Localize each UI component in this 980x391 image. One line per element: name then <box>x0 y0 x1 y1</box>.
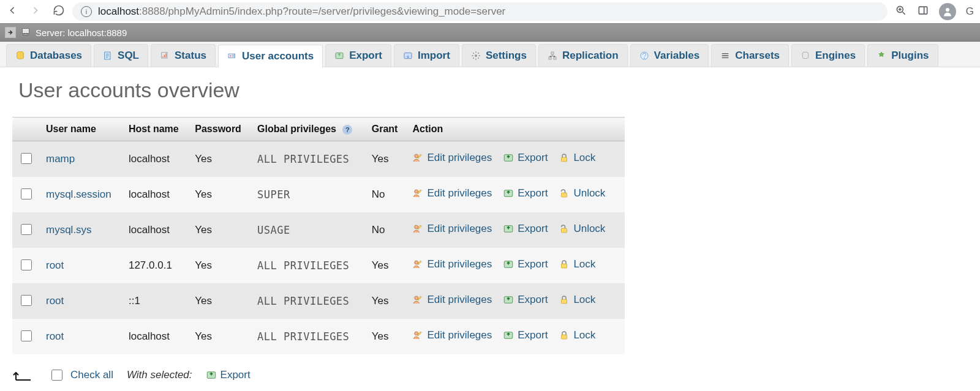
user-link[interactable]: root <box>46 330 64 342</box>
row-checkbox[interactable] <box>21 153 32 164</box>
export-user-button[interactable]: Export <box>503 187 548 199</box>
back-icon[interactable] <box>6 4 18 20</box>
table-row: mamplocalhostYesALL PRIVILEGESYesEdit pr… <box>12 141 625 177</box>
tab-label: Settings <box>486 50 527 62</box>
export-icon <box>503 330 514 341</box>
user-link[interactable]: mysql.session <box>46 188 111 200</box>
profile-avatar[interactable] <box>939 3 956 20</box>
tab-label: Replication <box>562 50 619 62</box>
user-accounts-table: User name Host name Password Global priv… <box>12 117 625 354</box>
bulk-export-button[interactable]: Export <box>206 369 251 381</box>
svg-point-10 <box>230 55 232 57</box>
col-password[interactable]: Password <box>189 117 251 141</box>
lock-user-button[interactable]: Unlock <box>559 223 605 235</box>
panel-toggle-icon[interactable] <box>5 27 16 38</box>
export-user-button[interactable]: Export <box>503 223 548 235</box>
sql-icon <box>103 51 113 61</box>
forward-icon[interactable] <box>29 4 42 20</box>
edit-user-icon <box>412 188 423 199</box>
svg-rect-28 <box>562 228 567 233</box>
user-link[interactable]: mamp <box>46 153 75 165</box>
col-user-name[interactable]: User name <box>40 117 123 141</box>
help-icon[interactable]: ? <box>342 125 352 135</box>
lock-user-button[interactable]: Lock <box>559 258 595 270</box>
tab-label: Databases <box>30 50 82 62</box>
tab-status[interactable]: Status <box>151 44 216 67</box>
privileges-cell: ALL PRIVILEGES <box>251 319 366 354</box>
check-all-checkbox[interactable] <box>51 370 62 381</box>
export-user-button[interactable]: Export <box>503 329 548 341</box>
lock-user-button[interactable]: Lock <box>559 329 595 341</box>
col-host-name[interactable]: Host name <box>123 117 189 141</box>
edit-privileges-button[interactable]: Edit privileges <box>412 329 492 341</box>
tab-settings[interactable]: Settings <box>462 44 536 67</box>
edit-user-icon <box>412 330 423 341</box>
with-selected-label: With selected: <box>127 369 192 381</box>
row-checkbox[interactable] <box>21 188 32 199</box>
tab-import[interactable]: Import <box>394 44 459 67</box>
user-link[interactable]: root <box>46 295 64 307</box>
edit-privileges-button[interactable]: Edit privileges <box>412 187 492 199</box>
password-cell: Yes <box>189 283 251 319</box>
export-user-button[interactable]: Export <box>503 152 548 164</box>
tab-replication[interactable]: Replication <box>538 44 628 67</box>
svg-rect-22 <box>562 157 567 162</box>
svg-rect-5 <box>23 34 28 35</box>
lock-user-button[interactable]: Lock <box>559 152 595 164</box>
tab-charsets[interactable]: Charsets <box>711 44 789 67</box>
row-checkbox[interactable] <box>21 259 32 270</box>
edit-privileges-button[interactable]: Edit privileges <box>412 294 492 306</box>
tab-databases[interactable]: Databases <box>6 44 91 67</box>
export-icon <box>503 294 514 305</box>
export-icon <box>503 223 514 234</box>
grant-cell: Yes <box>366 141 407 177</box>
edit-user-icon <box>412 223 423 234</box>
tab-plugins[interactable]: Plugins <box>867 44 938 67</box>
edit-privileges-button[interactable]: Edit privileges <box>412 152 492 164</box>
table-row: root::1YesALL PRIVILEGESYesEdit privileg… <box>12 283 625 319</box>
row-checkbox[interactable] <box>21 295 32 306</box>
action-cell: Edit privilegesExportLock <box>406 283 625 319</box>
address-bar[interactable]: i localhost:8888/phpMyAdmin5/index.php?r… <box>72 2 888 21</box>
svg-point-18 <box>644 58 644 58</box>
col-grant[interactable]: Grant <box>366 117 407 141</box>
lock-icon <box>559 330 570 341</box>
edit-user-icon <box>412 294 423 305</box>
tab-export[interactable]: Export <box>325 44 391 67</box>
row-checkbox[interactable] <box>21 224 32 235</box>
export-user-button[interactable]: Export <box>503 258 548 270</box>
svg-point-26 <box>415 225 418 229</box>
edit-privileges-button[interactable]: Edit privileges <box>412 258 492 270</box>
lock-user-button[interactable]: Lock <box>559 294 595 306</box>
table-row: mysql.sessionlocalhostYesSUPERNoEdit pri… <box>12 177 625 212</box>
lock-icon <box>559 259 570 270</box>
tab-label: SQL <box>118 50 139 62</box>
svg-rect-14 <box>551 52 554 54</box>
lock-user-button[interactable]: Unlock <box>559 187 605 199</box>
gear-icon <box>471 51 481 61</box>
privileges-cell: ALL PRIVILEGES <box>251 248 366 283</box>
server-label: Server: localhost:8889 <box>36 28 127 38</box>
panel-icon[interactable] <box>917 4 929 20</box>
user-link[interactable]: mysql.sys <box>46 224 92 236</box>
edit-privileges-button[interactable]: Edit privileges <box>412 223 492 235</box>
tab-user-accounts[interactable]: User accounts <box>218 45 323 67</box>
user-link[interactable]: root <box>46 259 64 271</box>
col-global-privileges[interactable]: Global privileges ? <box>251 117 366 141</box>
privileges-cell: ALL PRIVILEGES <box>251 141 366 177</box>
tab-sql[interactable]: SQL <box>94 44 148 67</box>
db-icon <box>15 51 25 61</box>
reload-icon[interactable] <box>53 4 65 20</box>
col-check <box>12 117 40 141</box>
site-info-icon[interactable]: i <box>81 6 92 17</box>
host-cell: 127.0.0.1 <box>123 248 189 283</box>
export-user-button[interactable]: Export <box>503 294 548 306</box>
row-checkbox[interactable] <box>21 330 32 341</box>
check-all[interactable]: Check all <box>49 368 113 382</box>
zoom-icon[interactable] <box>895 4 907 20</box>
grant-cell: No <box>366 212 407 248</box>
tab-label: User accounts <box>242 50 314 62</box>
tab-variables[interactable]: Variables <box>630 44 709 67</box>
tab-label: Variables <box>654 50 700 62</box>
tab-engines[interactable]: Engines <box>791 44 865 67</box>
